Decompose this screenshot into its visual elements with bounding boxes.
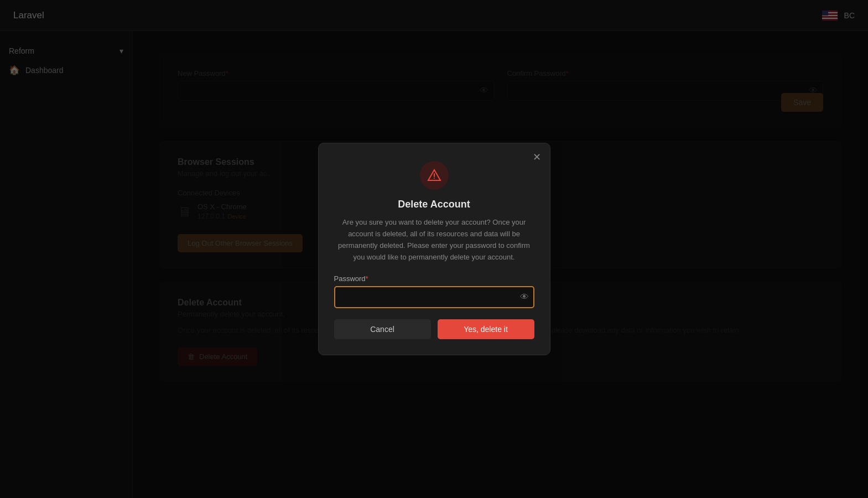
modal-password-input[interactable] — [334, 286, 534, 308]
modal-password-input-wrap: 👁 — [334, 286, 534, 308]
modal-title: Delete Account — [334, 199, 534, 210]
modal-close-button[interactable]: ✕ — [533, 151, 541, 163]
modal-actions: Cancel Yes, delete it — [334, 319, 534, 339]
modal-eye-button[interactable]: 👁 — [520, 292, 529, 302]
confirm-delete-button[interactable]: Yes, delete it — [438, 319, 534, 339]
svg-point-0 — [434, 178, 435, 179]
modal-password-label: Password* — [334, 274, 534, 283]
modal-description: Are you sure you want to delete your acc… — [334, 217, 534, 263]
modal-icon-wrap — [334, 161, 534, 190]
warning-icon-circle — [420, 161, 449, 190]
warning-triangle-icon — [427, 168, 441, 183]
cancel-button[interactable]: Cancel — [334, 319, 431, 339]
modal-overlay[interactable]: ✕ Delete Account Are you sure you want t… — [0, 0, 868, 498]
delete-account-modal: ✕ Delete Account Are you sure you want t… — [318, 143, 550, 355]
